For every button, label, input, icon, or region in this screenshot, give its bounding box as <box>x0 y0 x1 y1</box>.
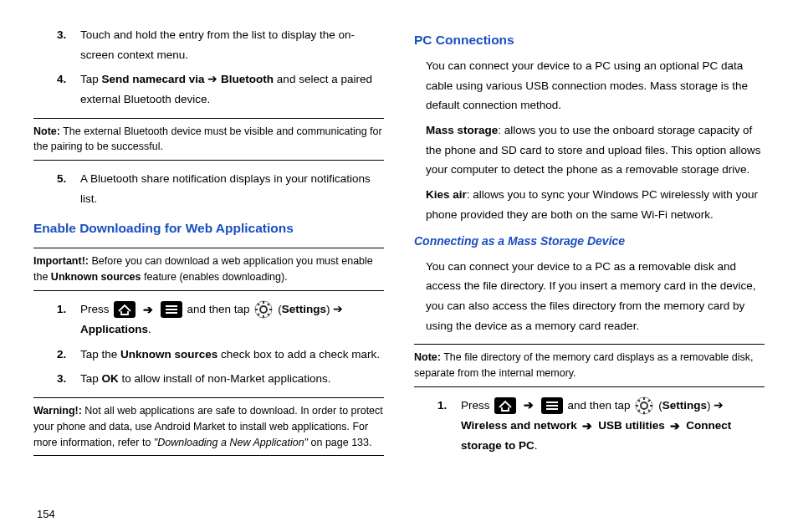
step-number: 1. <box>437 396 461 456</box>
step-number: 5. <box>57 169 80 208</box>
right-column: PC Connections You can connect your devi… <box>414 20 765 489</box>
note-text: The external Bluetooth device must be vi… <box>33 125 382 153</box>
svg-rect-15 <box>494 397 516 414</box>
note-label: Note: <box>414 351 441 363</box>
arrow-icon: ➔ <box>582 417 592 437</box>
paragraph: You can connect your device to a PC usin… <box>426 56 765 115</box>
section-heading: Enable Downloading for Web Applications <box>33 217 384 239</box>
note-text: The file directory of the memory card di… <box>414 351 754 379</box>
step-text: Tap OK to allow install of non-Market ap… <box>80 369 384 389</box>
settings-icon <box>254 300 273 319</box>
note-label: Note: <box>33 125 60 137</box>
menu-icon <box>541 397 563 414</box>
paragraph: Mass storage: allows you to use the onbo… <box>426 120 765 180</box>
section-heading: PC Connections <box>414 28 765 51</box>
list-item: 2. Tap the Unknown sources check box to … <box>57 345 384 365</box>
step-text: Press ➔ and then tap (Settings) ➔ Applic… <box>80 299 384 340</box>
arrow-icon: ➔ <box>670 417 680 437</box>
list-item: 3. Tap OK to allow install of non-Market… <box>57 369 384 389</box>
arrow-icon: ➔ <box>524 396 534 416</box>
svg-point-21 <box>641 402 647 409</box>
svg-line-11 <box>258 304 259 305</box>
step-text: Tap Send namecard via ➔ Bluetooth and se… <box>80 69 384 109</box>
svg-line-26 <box>638 400 640 402</box>
svg-line-13 <box>258 314 259 315</box>
list-item: 1. Press ➔ and then tap (Settings) ➔ Wir… <box>437 396 765 456</box>
step-text: Touch and hold the entry from the list t… <box>80 25 384 64</box>
important-box: Important!: Before you can download a we… <box>33 248 384 291</box>
step-number: 4. <box>57 69 80 109</box>
important-label: Important!: <box>33 255 89 267</box>
svg-line-27 <box>648 410 650 412</box>
paragraph: Kies air: allows you to sync your Window… <box>426 185 765 224</box>
svg-line-28 <box>638 410 640 412</box>
warning-label: Warning!: <box>33 405 82 417</box>
svg-point-6 <box>260 306 267 313</box>
arrow-icon: ➔ <box>143 300 153 320</box>
step-text: Tap the Unknown sources check box to add… <box>80 345 384 365</box>
step-text: Press ➔ and then tap (Settings) ➔ Wirele… <box>461 396 765 456</box>
svg-line-12 <box>268 314 269 315</box>
page-content: 3. Touch and hold the entry from the lis… <box>33 20 765 489</box>
svg-line-14 <box>268 304 269 305</box>
list-item: 5. A Bluetooth share notification displa… <box>57 169 384 208</box>
page-number: 154 <box>37 508 55 520</box>
left-column: 3. Touch and hold the entry from the lis… <box>33 20 384 489</box>
step-text: A Bluetooth share notification displays … <box>80 169 384 208</box>
list-item: 3. Touch and hold the entry from the lis… <box>57 25 384 64</box>
step-number: 3. <box>57 369 80 389</box>
home-icon <box>114 301 136 318</box>
settings-icon <box>635 396 653 415</box>
note-box: Note: The file directory of the memory c… <box>414 344 765 387</box>
home-icon <box>494 397 516 414</box>
step-number: 3. <box>57 25 80 64</box>
svg-line-29 <box>648 400 650 402</box>
step-number: 2. <box>57 345 80 365</box>
menu-icon <box>161 301 182 318</box>
note-box: Note: The external Bluetooth device must… <box>33 118 384 161</box>
warning-box: Warning!: Not all web applications are s… <box>33 397 384 456</box>
list-item: 1. Press ➔ and then tap (Settings) ➔ App… <box>57 299 384 340</box>
svg-rect-0 <box>114 301 136 318</box>
subsection-heading: Connecting as a Mass Storage Device <box>414 231 765 252</box>
list-item: 4. Tap Send namecard via ➔ Bluetooth and… <box>57 69 384 109</box>
paragraph: You can connect your device to a PC as a… <box>426 257 765 336</box>
step-number: 1. <box>57 299 80 340</box>
